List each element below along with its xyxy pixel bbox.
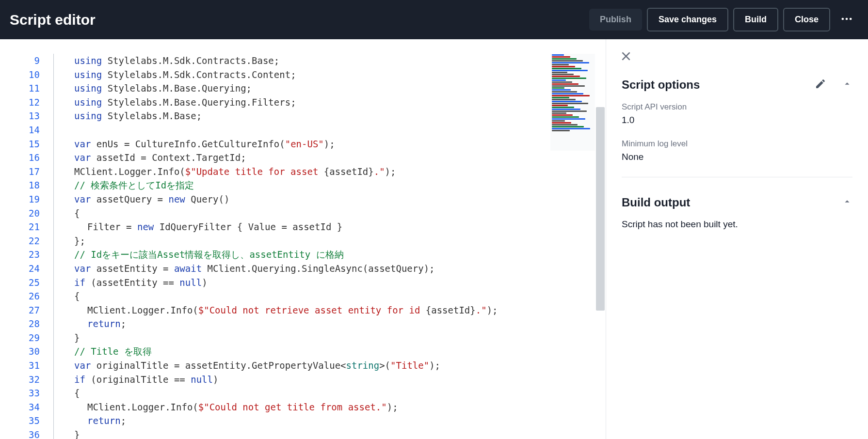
- script-options-header: Script options: [622, 78, 852, 92]
- svg-point-0: [842, 18, 844, 20]
- log-level-label: Minimum log level: [622, 139, 852, 149]
- line-number: 23: [10, 248, 40, 262]
- line-number: 25: [10, 276, 40, 290]
- publish-button: Publish: [589, 9, 642, 31]
- code-line[interactable]: using Stylelabs.M.Sdk.Contracts.Base;: [61, 54, 606, 68]
- line-number: 26: [10, 289, 40, 303]
- line-number: 32: [10, 373, 40, 387]
- line-number: 18: [10, 178, 40, 192]
- chevron-up-icon: [842, 78, 852, 89]
- code-line[interactable]: };: [61, 234, 606, 248]
- code-line[interactable]: MClient.Logger.Info($"Update title for a…: [61, 165, 606, 179]
- code-line[interactable]: // Idをキーに該当Asset情報を取得し、assetEntity に格納: [61, 248, 606, 262]
- line-number: 10: [10, 68, 40, 82]
- collapse-build-button[interactable]: [842, 196, 852, 209]
- code-line[interactable]: Filter = new IdQueryFilter { Value = ass…: [61, 220, 606, 234]
- build-output-message: Script has not been built yet.: [622, 219, 852, 230]
- line-number: 12: [10, 95, 40, 110]
- code-line[interactable]: if (assetEntity == null): [61, 276, 606, 290]
- line-number: 19: [10, 192, 40, 206]
- scrollbar-thumb[interactable]: [596, 107, 605, 311]
- build-output-title: Build output: [622, 196, 690, 209]
- line-number: 33: [10, 386, 40, 400]
- edit-options-button[interactable]: [815, 78, 826, 92]
- line-number: 36: [10, 428, 40, 439]
- line-number: 9: [10, 54, 40, 68]
- line-number: 14: [10, 123, 40, 137]
- code-line[interactable]: if (originalTitle == null): [61, 373, 606, 387]
- code-line[interactable]: {: [61, 206, 606, 220]
- page-title: Script editor: [10, 12, 96, 28]
- line-number: 28: [10, 317, 40, 331]
- line-number: 16: [10, 151, 40, 165]
- svg-point-1: [846, 18, 848, 20]
- code-line[interactable]: var assetId = Context.TargetId;: [61, 151, 606, 165]
- main-area: 9101112131415161718192021222324252627282…: [0, 39, 868, 439]
- more-actions-button[interactable]: [835, 8, 858, 31]
- line-number: 35: [10, 414, 40, 428]
- chevron-up-icon: [842, 196, 852, 207]
- line-number-gutter: 9101112131415161718192021222324252627282…: [10, 54, 53, 439]
- code-line[interactable]: MClient.Logger.Info($"Could not retrieve…: [61, 303, 606, 317]
- script-options-title: Script options: [622, 78, 700, 92]
- more-horizontal-icon: [840, 12, 853, 26]
- line-number: 24: [10, 262, 40, 276]
- code-line[interactable]: var assetQuery = new Query(): [61, 192, 606, 206]
- line-number: 17: [10, 165, 40, 179]
- side-panel: Script options Script API version 1.0 Mi…: [606, 39, 868, 439]
- code-editor[interactable]: 9101112131415161718192021222324252627282…: [0, 39, 606, 439]
- line-number: 22: [10, 234, 40, 248]
- code-line[interactable]: }: [61, 428, 606, 439]
- header-bar: Script editor Publish Save changes Build…: [0, 0, 868, 39]
- code-line[interactable]: using Stylelabs.M.Base.Querying;: [61, 81, 606, 95]
- section-divider: [622, 177, 852, 177]
- code-line[interactable]: using Stylelabs.M.Base.Querying.Filters;: [61, 95, 606, 110]
- build-button[interactable]: Build: [733, 8, 778, 31]
- pencil-icon: [815, 78, 826, 90]
- vertical-scrollbar[interactable]: [595, 54, 606, 439]
- line-number: 29: [10, 331, 40, 345]
- line-number: 31: [10, 359, 40, 373]
- code-line[interactable]: MClient.Logger.Info($"Could not get titl…: [61, 400, 606, 414]
- close-icon: [620, 50, 632, 63]
- header-actions: Publish Save changes Build Close: [589, 8, 858, 31]
- code-line[interactable]: }: [61, 331, 606, 345]
- line-number: 34: [10, 400, 40, 414]
- api-version-value: 1.0: [622, 115, 852, 125]
- save-changes-button[interactable]: Save changes: [647, 8, 728, 31]
- log-level-value: None: [622, 152, 852, 162]
- line-number: 30: [10, 345, 40, 359]
- code-line[interactable]: // 検索条件としてIdを指定: [61, 178, 606, 192]
- code-minimap[interactable]: [550, 54, 595, 151]
- code-content[interactable]: using Stylelabs.M.Sdk.Contracts.Base;usi…: [53, 54, 606, 439]
- code-line[interactable]: // Title を取得: [61, 345, 606, 359]
- collapse-options-button[interactable]: [842, 78, 852, 91]
- build-output-header: Build output: [622, 196, 852, 209]
- code-line[interactable]: var assetEntity = await MClient.Querying…: [61, 262, 606, 276]
- line-number: 15: [10, 137, 40, 151]
- line-number: 11: [10, 81, 40, 95]
- build-output-section: Build output Script has not been built y…: [622, 196, 852, 230]
- close-panel-button[interactable]: [620, 50, 632, 64]
- code-line[interactable]: [61, 123, 606, 137]
- api-version-label: Script API version: [622, 102, 852, 112]
- code-line[interactable]: return;: [61, 317, 606, 331]
- code-line[interactable]: using Stylelabs.M.Sdk.Contracts.Content;: [61, 68, 606, 82]
- close-button[interactable]: Close: [783, 8, 830, 31]
- line-number: 20: [10, 206, 40, 220]
- line-number: 21: [10, 220, 40, 234]
- code-line[interactable]: return;: [61, 414, 606, 428]
- code-line[interactable]: using Stylelabs.M.Base;: [61, 109, 606, 123]
- code-line[interactable]: var originalTitle = assetEntity.GetPrope…: [61, 359, 606, 373]
- code-line[interactable]: {: [61, 386, 606, 400]
- code-line[interactable]: var enUs = CultureInfo.GetCultureInfo("e…: [61, 137, 606, 151]
- code-line[interactable]: {: [61, 289, 606, 303]
- script-options-section: Script options Script API version 1.0 Mi…: [622, 78, 852, 177]
- svg-point-2: [850, 18, 852, 20]
- line-number: 27: [10, 303, 40, 317]
- line-number: 13: [10, 109, 40, 123]
